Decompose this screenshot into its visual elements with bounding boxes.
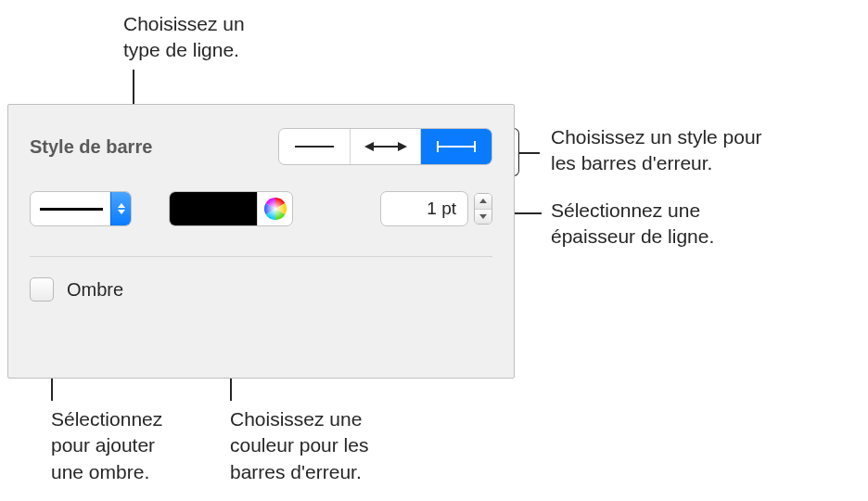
svg-marker-7 xyxy=(118,203,125,208)
color-swatch[interactable] xyxy=(170,192,258,225)
svg-marker-2 xyxy=(364,142,374,151)
line-cap-t-icon xyxy=(435,140,478,153)
callout-bar-style: Choisissez un style pour les barres d'er… xyxy=(551,124,762,177)
error-bar-style-arrow[interactable] xyxy=(351,129,422,164)
stepper-up-button[interactable] xyxy=(475,194,491,210)
shadow-label: Ombre xyxy=(67,279,123,301)
line-cap-arrow-icon xyxy=(364,140,407,153)
color-well[interactable] xyxy=(169,191,293,226)
line-sample-icon xyxy=(40,208,103,211)
callout-thickness: Sélectionnez une épaisseur de ligne. xyxy=(551,198,714,250)
error-bar-style-line[interactable] xyxy=(279,129,351,164)
svg-marker-10 xyxy=(479,199,487,203)
section-label-bar-style: Style de barre xyxy=(30,136,152,158)
chevron-up-icon xyxy=(479,199,487,203)
svg-marker-3 xyxy=(398,142,407,151)
svg-point-9 xyxy=(264,198,287,220)
error-bar-style-segmented[interactable] xyxy=(278,128,492,165)
error-bar-style-capped[interactable] xyxy=(421,129,491,164)
color-wheel-icon xyxy=(264,198,287,220)
divider xyxy=(30,256,492,257)
callout-line-type: Choisissez un type de ligne. xyxy=(123,11,245,64)
color-picker-button[interactable] xyxy=(258,192,292,225)
popup-arrows-icon xyxy=(110,192,131,225)
line-thickness-stepper[interactable] xyxy=(474,193,492,225)
chevron-down-icon xyxy=(479,214,487,219)
svg-marker-11 xyxy=(479,214,487,219)
line-thickness-field[interactable]: 1 pt xyxy=(380,191,468,226)
shadow-checkbox[interactable] xyxy=(30,277,54,302)
line-cap-none-icon xyxy=(293,140,336,153)
callout-color: Choisissez une couleur pour les barres d… xyxy=(230,406,368,485)
svg-marker-8 xyxy=(118,210,125,214)
line-type-popup[interactable] xyxy=(30,191,132,226)
inspector-panel: Style de barre xyxy=(7,104,515,379)
callout-shadow: Sélectionnez pour ajouter une ombre. xyxy=(51,406,162,485)
stepper-down-button[interactable] xyxy=(475,210,491,225)
